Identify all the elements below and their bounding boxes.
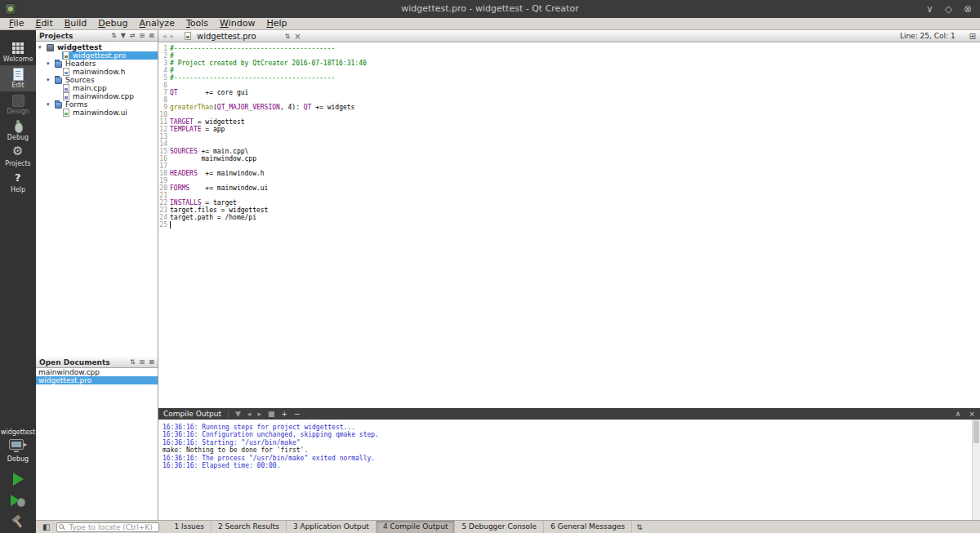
tree-item[interactable]: Forms: [36, 100, 158, 109]
code-text: # Project created by QtCreator 2016-07-1…: [170, 60, 367, 67]
close-panel-icon[interactable]: ⊠: [149, 31, 154, 41]
code-editor[interactable]: 1#--------------------------------------…: [158, 42, 980, 408]
run-control-button[interactable]: [7, 514, 29, 529]
menu-item[interactable]: Analyze: [134, 18, 180, 29]
menu-item[interactable]: File: [3, 18, 29, 29]
open-document-item[interactable]: mainwindow.cpp: [36, 368, 158, 376]
output-pane-button[interactable]: 5 Debugger Console: [455, 521, 544, 533]
code-segment: # Project created by QtCreator 2016-07-1…: [170, 60, 367, 67]
minimize-icon[interactable]: ∨: [926, 3, 933, 15]
output-pane-controls: ∧ ×: [956, 410, 975, 418]
tree-item-body: mainwindow.ui: [62, 109, 158, 117]
filter-icon[interactable]: ▼: [121, 31, 126, 41]
menu-item[interactable]: Tools: [180, 18, 214, 29]
code-line: 18HEADERS += mainwindow.h: [158, 170, 980, 177]
run-control-button[interactable]: [7, 493, 29, 508]
run-control-button[interactable]: [7, 472, 29, 486]
code-text: #: [170, 67, 174, 74]
pane-dropdown-icon[interactable]: ⇅: [130, 358, 136, 367]
locator-input[interactable]: [56, 522, 159, 532]
menu-item[interactable]: Window: [214, 18, 261, 29]
open-documents-header-icons: ⇅ ⊞ ⊠: [130, 358, 154, 367]
code-segment: #---------------------------------------…: [170, 45, 335, 52]
zoom-in-icon[interactable]: +: [281, 409, 287, 419]
close-panel-icon[interactable]: ⊠: [149, 358, 154, 367]
close-icon[interactable]: ⊗: [964, 3, 972, 15]
tree-item[interactable]: Sources: [36, 76, 158, 84]
menu-item[interactable]: Debug: [92, 18, 133, 29]
mode-button[interactable]: Welcome: [0, 39, 36, 65]
line-number: 23: [158, 207, 170, 214]
split-editor-icon[interactable]: ⊞: [969, 32, 976, 41]
line-number: 12: [158, 126, 170, 133]
tree-item-label: main.cpp: [73, 84, 107, 92]
tree-item-body: main.cpp: [62, 84, 158, 92]
mode-button[interactable]: Debug: [0, 118, 36, 144]
mode-button[interactable]: Projects: [0, 144, 36, 170]
tree-item[interactable]: Headers: [36, 60, 158, 68]
line-number: 7: [158, 89, 170, 96]
expander-icon[interactable]: [47, 100, 54, 109]
output-filter-icon[interactable]: ▼: [235, 409, 241, 419]
next-item-icon[interactable]: ▸: [257, 409, 261, 419]
sync-with-editor-icon[interactable]: ⇄: [130, 31, 136, 41]
output-scrollbar-thumb[interactable]: [973, 420, 979, 443]
code-text: HEADERS += mainwindow.h: [170, 170, 265, 177]
expander-icon[interactable]: [38, 43, 46, 51]
maximize-pane-icon[interactable]: ∧: [956, 410, 961, 418]
output-line: 16:36:16: The process "/usr/bin/make" ex…: [163, 455, 969, 462]
output-pane-button[interactable]: 2 Search Results: [212, 521, 287, 533]
output-pane-button[interactable]: 1 Issues: [167, 521, 212, 533]
mode-icon: [9, 93, 27, 107]
line-number: 18: [158, 170, 170, 177]
mode-button[interactable]: Edit: [0, 65, 36, 91]
code-segment: = target: [202, 199, 237, 207]
previous-item-icon[interactable]: ◂: [247, 409, 252, 419]
mode-button[interactable]: Design: [0, 91, 36, 118]
code-line: 13: [158, 133, 980, 140]
maximize-icon[interactable]: ◇: [945, 3, 952, 15]
back-icon[interactable]: ◂: [163, 32, 167, 40]
tree-item[interactable]: main.cpp: [36, 84, 158, 92]
split-panel-icon[interactable]: ⊞: [140, 31, 145, 41]
code-line: 10: [158, 111, 980, 118]
expander-icon[interactable]: [47, 76, 54, 84]
tree-item-label: Forms: [65, 100, 87, 109]
split-panel-icon[interactable]: ⊞: [140, 358, 145, 367]
code-segment: target.files = widgettest: [170, 207, 268, 214]
tree-item[interactable]: widgettest: [36, 43, 158, 51]
expander-icon[interactable]: [47, 60, 54, 68]
open-documents-list: mainwindow.cpp widgettest.pro: [36, 368, 158, 520]
output-pane-button[interactable]: 3 Application Output: [287, 521, 376, 533]
zoom-out-icon[interactable]: −: [294, 409, 301, 419]
stop-icon[interactable]: ■: [268, 409, 275, 419]
output-pane-button[interactable]: 4 Compile Output: [376, 521, 456, 533]
output-scrollbar[interactable]: [972, 420, 980, 520]
tree-item[interactable]: mainwindow.h: [36, 68, 158, 76]
code-segment: #---------------------------------------…: [170, 74, 335, 82]
menu-item[interactable]: Build: [59, 18, 93, 29]
line-number: 16: [158, 155, 170, 162]
menu-item[interactable]: Help: [261, 18, 292, 29]
tree-item[interactable]: mainwindow.cpp: [36, 92, 158, 100]
open-document-selector[interactable]: widgettest.pro: [197, 32, 256, 41]
code-line: 2#: [158, 52, 980, 60]
mode-button[interactable]: Help: [0, 170, 36, 196]
output-panes-menu-icon[interactable]: ⇅: [636, 523, 643, 531]
code-text: FORMS += mainwindow.ui: [170, 184, 268, 192]
menu-item[interactable]: Edit: [29, 18, 58, 29]
compile-output-header: Compile Output ▼ ◂ ▸ ■ + − ∧ ×: [158, 408, 980, 420]
output-pane-button[interactable]: 6 General Messages: [544, 521, 632, 533]
code-line: 22INSTALLS = target: [158, 199, 980, 207]
close-document-icon[interactable]: ×: [294, 32, 301, 41]
tree-item[interactable]: widgettest.pro: [36, 51, 158, 60]
toggle-sidebar-icon[interactable]: ◧: [42, 522, 50, 531]
pane-dropdown-icon[interactable]: ⇅: [111, 31, 117, 41]
kit-selector[interactable]: widgettest ▸ Debug: [0, 429, 36, 463]
close-pane-icon[interactable]: ×: [969, 410, 975, 418]
document-dropdown-icon[interactable]: ⇅: [285, 33, 291, 40]
code-text: #---------------------------------------…: [170, 74, 335, 82]
forward-icon[interactable]: ▸: [171, 32, 175, 40]
tree-item[interactable]: mainwindow.ui: [36, 109, 158, 117]
open-document-item[interactable]: widgettest.pro: [36, 376, 158, 384]
